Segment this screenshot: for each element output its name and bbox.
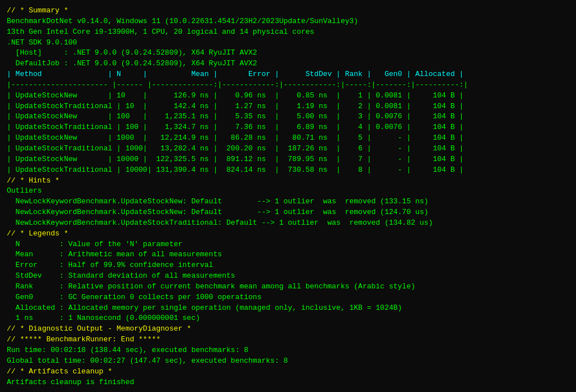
terminal-line-33: Allocated : Allocated memory per single …	[7, 303, 569, 314]
terminal-line-4: .NET SDK 9.0.100	[7, 38, 569, 48]
terminal-line-24: NewLockKeywordBenchmark.UpdateStockTradi…	[7, 218, 569, 229]
terminal-line-43: // * Artifacts cleanup *	[7, 367, 569, 377]
terminal-output: // * Summary *BenchmarkDotNet v0.14.0, W…	[7, 6, 569, 387]
terminal-line-39: // ***** BenchmarkRunner: End *****	[7, 335, 569, 345]
terminal-line-14: | UpdateStockTraditional | 100 | 1,324.7…	[7, 122, 569, 133]
terminal-line-27: N : Value of the 'N' parameter	[7, 239, 569, 250]
terminal-line-9: | Method | N | Mean | Error | StdDev | R…	[7, 69, 569, 80]
terminal-line-22: NewLockKeywordBenchmark.UpdateStockNew: …	[7, 197, 569, 207]
terminal-line-15: | UpdateStockNew | 1000 | 12,214.9 ns | …	[7, 133, 569, 144]
terminal-line-5: [Host] : .NET 9.0.0 (9.0.24.52809), X64 …	[7, 48, 569, 59]
terminal-line-42: Global total time: 00:02:27 (147.47 sec)…	[7, 356, 569, 367]
terminal-line-18: | UpdateStockTraditional | 10000| 131,39…	[7, 165, 569, 176]
terminal-line-3: 13th Gen Intel Core i9-13900H, 1 CPU, 20…	[7, 27, 569, 38]
terminal-line-32: Gen0 : GC Generation 0 collects per 1000…	[7, 292, 569, 303]
terminal-line-2: BenchmarkDotNet v0.14.0, Windows 11 (10.…	[7, 16, 569, 27]
terminal-line-17: | UpdateStockNew | 10000 | 122,325.5 ns …	[7, 154, 569, 165]
terminal-line-28: Mean : Arithmetic mean of all measuremen…	[7, 250, 569, 260]
terminal-line-21: Outliers	[7, 186, 569, 197]
terminal-line-29: Error : Half of 99.9% confidence interva…	[7, 260, 569, 271]
terminal-line-13: | UpdateStockNew | 100 | 1,235.1 ns | 5.…	[7, 112, 569, 122]
terminal-line-10: |---------------------- |------ |-------…	[7, 80, 569, 91]
terminal-line-23: NewLockKeywordBenchmark.UpdateStockNew: …	[7, 207, 569, 218]
terminal-line-44: Artifacts cleanup is finished	[7, 377, 569, 388]
terminal-line-40: Run time: 00:02:18 (138.44 sec), execute…	[7, 345, 569, 356]
terminal-line-36: // * Diagnostic Output - MemoryDiagnoser…	[7, 324, 569, 335]
terminal-line-30: StdDev : Standard deviation of all measu…	[7, 271, 569, 282]
terminal-line-34: 1 ns : 1 Nanosecond (0.000000001 sec)	[7, 313, 569, 324]
terminal-line-12: | UpdateStockTraditional | 10 | 142.4 ns…	[7, 101, 569, 112]
terminal-line-6: DefaultJob : .NET 9.0.0 (9.0.24.52809), …	[7, 59, 569, 69]
terminal-line-16: | UpdateStockTraditional | 1000| 13,282.…	[7, 144, 569, 154]
terminal-line-11: | UpdateStockNew | 10 | 126.9 ns | 0.96 …	[7, 91, 569, 101]
terminal-line-20: // * Hints *	[7, 176, 569, 186]
terminal-line-0: // * Summary *	[7, 6, 569, 16]
terminal-line-31: Rank : Relative position of current benc…	[7, 282, 569, 292]
terminal-line-26: // * Legends *	[7, 229, 569, 239]
